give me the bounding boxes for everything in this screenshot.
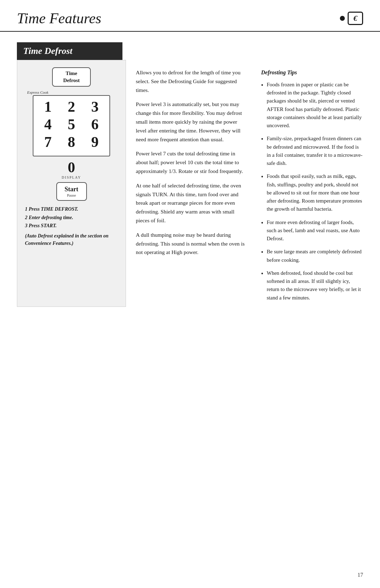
tip-3: Foods that spoil easily, such as milk, e… xyxy=(261,172,363,213)
ce-icon: € xyxy=(348,12,363,25)
instruction-1: 1 Press TIME DEFROST. xyxy=(25,206,118,213)
section-header: Time Defrost xyxy=(17,42,122,60)
start-label: Start xyxy=(65,186,78,193)
pause-label: Pause xyxy=(65,193,78,197)
center-para-2: Power level 3 is automatically set, but … xyxy=(136,100,248,144)
key-row-1: 1 2 3 xyxy=(36,99,107,114)
page-title: Time Features xyxy=(17,10,101,27)
dot-icon xyxy=(340,16,345,21)
content-layout: Time Defrost Express Cook 1 2 3 4 5 6 xyxy=(17,60,363,307)
main-content: Time Defrost Time Defrost Express Cook 1… xyxy=(0,32,380,321)
instructions: 1 Press TIME DEFROST. 2 Enter defrosting… xyxy=(24,206,119,247)
keypad-area: Time Defrost Express Cook 1 2 3 4 5 6 xyxy=(24,67,119,201)
time-defrost-button[interactable]: Time Defrost xyxy=(52,67,91,87)
tip-5: Be sure large meats are completely defro… xyxy=(261,248,363,264)
zero-area: 0 Display xyxy=(62,160,81,179)
key-row-2: 4 5 6 xyxy=(36,117,107,132)
defrost-btn-line1: Time xyxy=(59,70,84,77)
center-para-4: At one half of selected defrosting time,… xyxy=(136,181,248,225)
tip-1: Foods frozen in paper or plastic can be … xyxy=(261,81,363,130)
left-panel: Time Defrost Express Cook 1 2 3 4 5 6 xyxy=(17,60,126,307)
key-6[interactable]: 6 xyxy=(84,117,106,132)
display-label: Display xyxy=(62,175,81,179)
tips-list: Foods frozen in paper or plastic can be … xyxy=(261,81,363,302)
key-9[interactable]: 9 xyxy=(84,135,106,149)
tip-2: Family-size, prepackaged frozen dinners … xyxy=(261,135,363,167)
auto-defrost-note: (Auto Defrost explained in the section o… xyxy=(25,232,118,247)
key-2[interactable]: 2 xyxy=(61,99,82,114)
tip-4: For more even defrosting of larger foods… xyxy=(261,218,363,243)
defrost-btn-line2: Defrost xyxy=(59,77,84,84)
key-0[interactable]: 0 xyxy=(68,160,75,175)
tip-6: When defrosted, food should be cool but … xyxy=(261,269,363,302)
key-5[interactable]: 5 xyxy=(61,117,82,132)
center-para-3: Power level 7 cuts the total defrosting … xyxy=(136,149,248,175)
key-7[interactable]: 7 xyxy=(37,135,58,149)
section-title: Time Defrost xyxy=(23,46,72,56)
tips-column: Defrosting Tips Foods frozen in paper or… xyxy=(258,60,363,307)
header-icons: € xyxy=(340,12,363,25)
number-grid: 1 2 3 4 5 6 7 8 9 xyxy=(33,95,110,156)
instruction-3: 3 Press START. xyxy=(25,222,118,229)
key-4[interactable]: 4 xyxy=(37,117,58,132)
tips-title: Defrosting Tips xyxy=(261,68,363,77)
instruction-2: 2 Enter defrosting time. xyxy=(25,214,118,221)
key-1[interactable]: 1 xyxy=(37,99,58,114)
page-number: 17 xyxy=(357,572,363,578)
center-para-5: A dull thumping noise may be heard durin… xyxy=(136,231,248,257)
center-text-column: Allows you to defrost for the length of … xyxy=(126,60,258,307)
key-3[interactable]: 3 xyxy=(84,99,106,114)
key-row-3: 7 8 9 xyxy=(36,135,107,149)
start-pause-button[interactable]: Start Pause xyxy=(56,182,87,201)
center-para-1: Allows you to defrost for the length of … xyxy=(136,68,248,94)
page-header: Time Features € xyxy=(0,0,380,32)
express-cook-label: Express Cook xyxy=(27,90,48,94)
key-8[interactable]: 8 xyxy=(61,135,82,149)
